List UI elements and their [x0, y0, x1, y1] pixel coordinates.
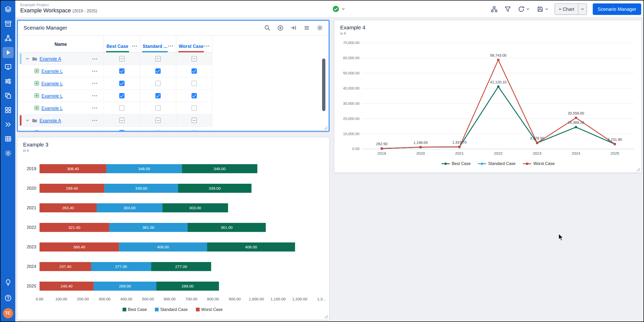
- chevron-down-icon[interactable]: [25, 56, 30, 61]
- example3-panel[interactable]: 0.00100.00200.00300.00400.00500.00600.00…: [17, 137, 330, 320]
- mouse-cursor: [558, 233, 564, 243]
- resize-grip-icon[interactable]: [324, 315, 328, 319]
- scenario-check-cell: [140, 77, 176, 89]
- scenario-column-label[interactable]: Best Case: [106, 44, 129, 53]
- column-options-button[interactable]: •••: [204, 44, 210, 48]
- checkbox-checked[interactable]: [192, 68, 197, 74]
- jump-icon[interactable]: [291, 25, 297, 31]
- svg-text:20,556.00: 20,556.00: [568, 111, 584, 115]
- checkbox-mixed[interactable]: [192, 56, 197, 62]
- checkbox-mixed[interactable]: [192, 118, 197, 123]
- gear-icon[interactable]: [317, 25, 323, 31]
- svg-text:339.00: 339.00: [209, 186, 221, 190]
- sitemap-button[interactable]: [491, 6, 497, 13]
- column-options-button[interactable]: •••: [132, 44, 138, 48]
- checkbox-checked[interactable]: [119, 130, 125, 131]
- add-circle-icon[interactable]: [277, 25, 284, 31]
- list-icon[interactable]: [304, 25, 310, 31]
- checkbox-checked[interactable]: [119, 68, 125, 74]
- chevron-down-icon[interactable]: [25, 118, 30, 123]
- checkbox-mixed[interactable]: [155, 56, 161, 62]
- row-options-button[interactable]: •••: [92, 131, 98, 131]
- checkbox-checked[interactable]: [119, 93, 125, 98]
- sidebar-item-apps[interactable]: [2, 105, 13, 116]
- sidebar-item-copy[interactable]: [2, 90, 13, 101]
- checkbox-empty[interactable]: [119, 105, 125, 111]
- row-options-button[interactable]: •••: [92, 57, 98, 61]
- svg-text:289.00: 289.00: [182, 284, 194, 288]
- sidebar-item-hierarchy[interactable]: [2, 33, 13, 44]
- copy-icon: [4, 92, 11, 99]
- scenario-check-cell: [104, 53, 140, 65]
- sidebar-item-help[interactable]: [2, 292, 13, 303]
- status-dropdown[interactable]: [332, 5, 346, 12]
- sidebar-item-play[interactable]: [2, 47, 13, 58]
- svg-text:2019: 2019: [377, 151, 386, 155]
- row-options-button[interactable]: •••: [92, 106, 98, 110]
- row-options-button[interactable]: •••: [92, 118, 98, 123]
- checkbox-checked[interactable]: [192, 93, 197, 98]
- scenario-link[interactable]: Example L: [41, 68, 63, 73]
- resize-grip-icon[interactable]: [324, 126, 328, 130]
- scenario-link[interactable]: Example L: [41, 130, 63, 131]
- scenario-name-cell: Example L•••: [18, 90, 104, 102]
- sidebar-item-presentation[interactable]: [2, 61, 13, 72]
- scenario-check-cell: [140, 127, 176, 131]
- search-icon[interactable]: [264, 25, 270, 31]
- scenario-column-label[interactable]: Standard ...: [142, 44, 168, 53]
- sidebar-item-archive[interactable]: [2, 18, 13, 29]
- user-avatar[interactable]: TC: [3, 308, 13, 318]
- add-chart-button[interactable]: + Chart: [555, 3, 587, 15]
- checkbox-empty[interactable]: [192, 105, 197, 111]
- scenario-link[interactable]: Example A: [40, 118, 61, 123]
- scrollbar-thumb[interactable]: [322, 58, 325, 111]
- scenario-link[interactable]: Example L: [41, 106, 63, 110]
- checkbox-mixed[interactable]: [119, 56, 125, 62]
- sidebar-item-table[interactable]: [2, 133, 13, 144]
- checkbox-empty[interactable]: [192, 130, 197, 131]
- svg-text:277.00: 277.00: [115, 264, 127, 269]
- checkbox-checked[interactable]: [155, 68, 161, 74]
- column-options-button[interactable]: •••: [168, 44, 174, 48]
- scenario-row: Example L•••: [18, 127, 212, 131]
- sidebar-item-layers[interactable]: [2, 4, 13, 15]
- sidebar-item-gear[interactable]: [2, 148, 13, 159]
- example4-panel[interactable]: 0.0010,000.0020,000.0030,000.0040,000.00…: [334, 20, 642, 173]
- scenario-manager-panel[interactable]: Scenario Manager NameBest Case•••Standar…: [17, 20, 330, 132]
- sitemap-icon: [491, 6, 497, 13]
- sidebar-item-sliders[interactable]: [2, 76, 13, 87]
- row-options-button[interactable]: •••: [92, 94, 98, 98]
- resize-grip-icon[interactable]: [636, 168, 640, 172]
- add-chart-label[interactable]: + Chart: [555, 4, 578, 15]
- scenario-link[interactable]: Example A: [40, 56, 61, 61]
- svg-text:30,000.00: 30,000.00: [343, 101, 359, 106]
- checkbox-empty[interactable]: [155, 130, 161, 131]
- filter-button[interactable]: [504, 6, 511, 13]
- save-button[interactable]: [537, 6, 549, 13]
- checkbox-checked[interactable]: [155, 93, 161, 98]
- folder-icon: [32, 117, 37, 123]
- refresh-button[interactable]: [518, 6, 530, 13]
- checkbox-empty[interactable]: [155, 81, 161, 86]
- svg-text:348.00: 348.00: [214, 167, 225, 171]
- refresh-icon: [518, 6, 525, 13]
- checkbox-empty[interactable]: [155, 105, 161, 111]
- sidebar-item-lightbulb[interactable]: [2, 277, 13, 288]
- checkbox-checked[interactable]: [119, 81, 125, 86]
- row-options-button[interactable]: •••: [92, 69, 98, 73]
- scenario-column-label[interactable]: Worst Case: [178, 44, 204, 53]
- svg-text:2021: 2021: [27, 205, 36, 210]
- sidebar-bottom: TC: [2, 277, 13, 322]
- scenario-manager-button[interactable]: Scenario Manager: [593, 3, 641, 15]
- svg-text:361.00: 361.00: [221, 225, 232, 230]
- scenario-link[interactable]: Example L: [41, 81, 63, 86]
- checkbox-mixed[interactable]: [119, 118, 125, 123]
- row-options-button[interactable]: •••: [92, 81, 98, 85]
- checkbox-empty[interactable]: [192, 81, 197, 86]
- scenario-check-cell: [104, 65, 140, 77]
- caret-down-icon[interactable]: [578, 4, 587, 15]
- sidebar-item-arrows[interactable]: [2, 119, 13, 130]
- scenario-link[interactable]: Example L: [41, 93, 63, 98]
- column-header-name[interactable]: Name: [18, 36, 104, 52]
- checkbox-mixed[interactable]: [155, 118, 161, 123]
